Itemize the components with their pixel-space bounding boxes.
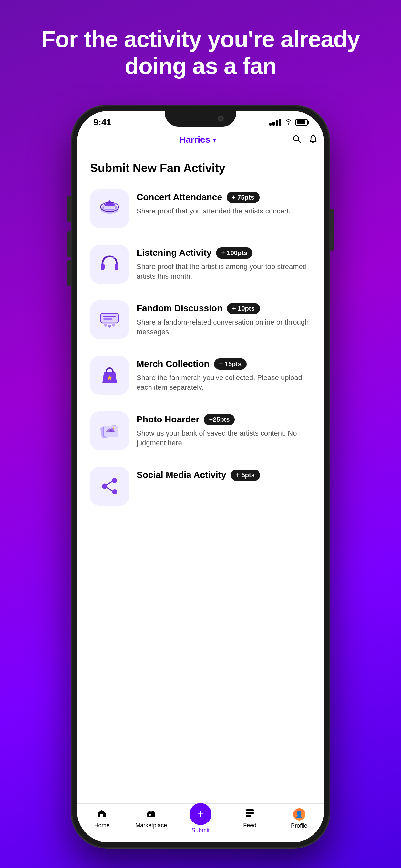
marketplace-icon [146,808,156,820]
list-item[interactable]: Merch Collection + 15pts Share the fan m… [84,349,317,401]
feed-icon [245,808,254,820]
listening-desc: Share proof that the artist is among you… [136,262,311,282]
fandom-name: Fandom Discussion [136,303,222,314]
svg-line-1 [298,140,301,143]
list-item[interactable]: Social Media Activity + 5pts [84,461,317,512]
social-points: + 5pts [231,469,260,481]
wifi-icon [284,118,292,127]
photo-icon [90,411,129,450]
tab-feed[interactable]: Feed [225,808,274,829]
tab-profile[interactable]: 👤 Profile [274,808,324,829]
phone-screen: 9:41 [77,111,324,842]
concert-name: Concert Attendance [136,192,222,203]
submit-button[interactable]: + [189,803,212,825]
social-name: Social Media Activity [136,470,226,480]
concert-icon [90,189,129,228]
merch-info: Merch Collection + 15pts Share the fan m… [136,356,311,393]
merch-icon [90,356,129,395]
battery-icon [296,119,308,126]
phone-notch [165,111,236,127]
concert-info: Concert Attendance + 75pts Share proof t… [136,189,311,216]
svg-point-7 [104,203,115,206]
search-icon[interactable] [292,134,301,146]
svg-rect-29 [147,812,155,817]
svg-point-15 [108,324,111,328]
svg-rect-31 [246,809,254,811]
status-time: 9:41 [93,117,112,128]
svg-rect-33 [246,815,251,817]
listening-info: Listening Activity + 100pts Share proof … [136,245,311,282]
photo-points: +25pts [204,414,235,425]
svg-rect-9 [115,264,119,270]
photo-desc: Show us your bank of saved the artists c… [136,429,311,448]
home-icon [96,808,107,820]
tab-submit-label: Submit [191,827,210,834]
content-area: Submit New Fan Activity [77,150,324,803]
tab-marketplace-label: Marketplace [135,822,167,829]
photo-name: Photo Hoarder [136,414,199,425]
social-info: Social Media Activity + 5pts [136,467,311,484]
merch-name: Merch Collection [136,359,210,369]
fandom-points: + 10pts [227,303,259,314]
tab-home-label: Home [94,822,110,829]
svg-point-14 [104,323,107,327]
tab-marketplace[interactable]: Marketplace [127,808,176,829]
tab-profile-label: Profile [291,823,307,829]
svg-point-25 [112,478,117,483]
svg-rect-13 [103,318,112,320]
nav-title-text: Harries [179,135,211,145]
svg-point-0 [294,135,299,141]
profile-avatar: 👤 [293,808,305,820]
tab-submit[interactable]: + Submit [176,808,225,834]
svg-rect-12 [103,316,116,317]
list-item[interactable]: Fandom Discussion + 10pts Share a fandom… [84,294,317,345]
svg-rect-8 [101,264,104,270]
nav-actions [292,134,317,146]
page-title: Submit New Fan Activity [77,150,324,183]
svg-point-16 [112,323,115,327]
photo-info: Photo Hoarder +25pts Show us your bank o… [136,411,311,448]
list-item[interactable]: Concert Attendance + 75pts Share proof t… [84,183,317,235]
fandom-icon [90,300,129,339]
listening-icon [90,245,129,283]
svg-line-27 [107,482,112,485]
listening-name: Listening Activity [136,248,212,258]
merch-desc: Share the fan merch you've collected. Pl… [136,373,311,393]
nav-bar: Harries ▾ [77,130,324,150]
plus-icon: + [197,808,204,820]
svg-rect-30 [149,814,151,816]
activity-list: Concert Attendance + 75pts Share proof t… [77,183,324,519]
dropdown-arrow-icon: ▾ [213,136,216,144]
merch-points: + 15pts [214,359,247,370]
phone-device: 9:41 [71,105,330,848]
svg-rect-32 [246,812,254,814]
bell-icon[interactable] [309,134,317,146]
tab-home[interactable]: Home [77,808,127,829]
list-item[interactable]: Listening Activity + 100pts Share proof … [84,238,317,290]
svg-point-26 [112,489,117,494]
fandom-info: Fandom Discussion + 10pts Share a fandom… [136,300,311,337]
status-icons [269,118,308,127]
fandom-desc: Share a fandom-related conversation onli… [136,317,311,337]
signal-bars [269,119,281,126]
nav-title[interactable]: Harries ▾ [179,135,216,145]
concert-points: + 75pts [227,192,259,203]
list-item[interactable]: Photo Hoarder +25pts Show us your bank o… [84,405,317,457]
tab-bar: Home Marketplace + Submit [77,803,324,842]
listening-points: + 100pts [216,247,252,259]
tab-feed-label: Feed [243,822,256,829]
svg-line-28 [107,488,112,491]
camera [218,116,224,121]
svg-point-24 [102,484,107,489]
social-icon [90,467,129,506]
hero-text: For the activity you're already doing as… [0,0,401,99]
svg-rect-10 [101,313,119,323]
concert-desc: Share proof that you attended the artist… [136,206,311,216]
